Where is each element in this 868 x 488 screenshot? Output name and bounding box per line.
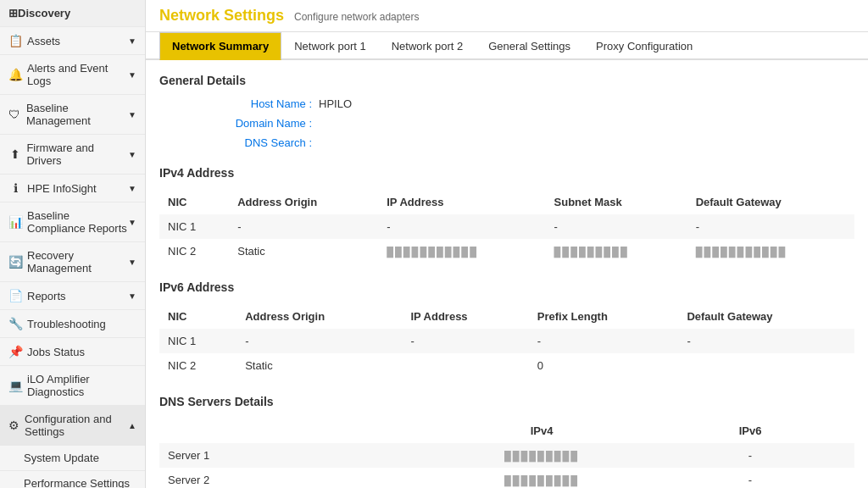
main-content: Network Settings Configure network adapt… — [146, 0, 868, 488]
ipv6-nic1-prefix: - — [529, 329, 679, 353]
dns-search-row: DNS Search : — [159, 136, 854, 149]
discovery-icon: ⊞ — [8, 7, 18, 19]
sidebar-item-recovery-mgmt[interactable]: 🔄 Recovery Management ▼ — [0, 242, 145, 282]
ipv4-nic2-subnet: █████████ — [546, 239, 687, 263]
dns-server2-ipv4: █████████ — [437, 468, 646, 488]
ipv4-nic2-gateway: ███████████ — [687, 239, 854, 263]
dns-table: IPv4 IPv6 Server 1 █████████ - Server 2 … — [159, 419, 854, 488]
ipv6-col-nic: NIC — [159, 304, 236, 329]
sidebar-item-system-update[interactable]: System Update — [0, 446, 145, 471]
ipv4-section: IPv4 Address NIC Address Origin IP Addre… — [159, 166, 854, 263]
ilo-amplifier-icon: 💻 — [8, 379, 22, 392]
ipv6-col-origin: Address Origin — [236, 304, 402, 329]
baseline-mgmt-icon: 🛡 — [8, 108, 21, 121]
sidebar-item-hpe-infosight[interactable]: ℹ HPE InfoSight ▼ — [0, 175, 145, 202]
sidebar-item-performance-settings[interactable]: Performance Settings — [0, 471, 145, 488]
tab-general-settings[interactable]: General Settings — [476, 32, 583, 60]
dns-server1-ipv4: █████████ — [437, 443, 646, 468]
hpe-infosight-chevron: ▼ — [128, 184, 136, 193]
dns-search-label: DNS Search : — [210, 136, 312, 149]
ipv4-nic2-origin: Static — [229, 239, 378, 263]
ipv4-nic1-nic: NIC 1 — [159, 214, 229, 239]
ipv6-header-row: NIC Address Origin IP Address Prefix Len… — [159, 304, 854, 329]
baseline-mgmt-chevron: ▼ — [128, 110, 136, 119]
baseline-compliance-icon: 📊 — [8, 215, 22, 229]
config-settings-icon: ⚙ — [8, 419, 19, 432]
sidebar: ⊞ Discovery 📋 Assets ▼ 🔔 Alerts and Even… — [0, 0, 146, 488]
host-name-row: Host Name : HPILO — [159, 97, 854, 110]
table-row: NIC 2 Static 0 — [159, 353, 854, 378]
sidebar-item-troubleshooting[interactable]: 🔧 Troubleshooting — [0, 310, 145, 338]
troubleshooting-icon: 🔧 — [8, 317, 22, 330]
tab-proxy-config[interactable]: Proxy Configuration — [583, 32, 705, 60]
dns-col-ipv4: IPv4 — [437, 419, 646, 443]
ipv4-nic2-nic: NIC 2 — [159, 239, 229, 263]
assets-chevron: ▼ — [128, 36, 136, 46]
ipv4-nic1-subnet: - — [546, 214, 687, 239]
page-title: Network Settings — [159, 7, 284, 25]
ipv4-nic1-ip: - — [378, 214, 545, 239]
tab-network-port-1[interactable]: Network port 1 — [281, 32, 379, 60]
hpe-infosight-icon: ℹ — [8, 181, 22, 195]
page-subtitle: Configure network adapters — [294, 11, 419, 23]
ipv4-nic2-ip: ███████████ — [378, 239, 545, 263]
general-details-section: General Details Host Name : HPILO Domain… — [159, 74, 854, 149]
alerts-icon: 🔔 — [8, 68, 22, 81]
dns-server1-name: Server 1 — [159, 443, 437, 468]
table-row: NIC 2 Static ███████████ █████████ █████… — [159, 239, 854, 263]
sidebar-item-ilo-amplifier[interactable]: 💻 iLO Amplifier Diagnostics — [0, 366, 145, 406]
ipv6-nic1-ip: - — [402, 329, 528, 353]
ipv4-col-origin: Address Origin — [229, 190, 378, 214]
sidebar-item-discovery[interactable]: ⊞ Discovery — [0, 0, 145, 27]
sidebar-item-reports[interactable]: 📄 Reports ▼ — [0, 282, 145, 310]
ipv6-nic2-ip — [402, 353, 528, 378]
ipv4-title: IPv4 Address — [159, 166, 854, 180]
config-settings-chevron: ▲ — [128, 421, 136, 430]
host-name-value: HPILO — [319, 97, 352, 110]
sidebar-item-baseline-compliance[interactable]: 📊 Baseline Compliance Reports ▼ — [0, 202, 145, 242]
dns-col-server — [159, 419, 437, 443]
sidebar-item-alerts[interactable]: 🔔 Alerts and Event Logs ▼ — [0, 55, 145, 95]
dns-server2-ipv6: - — [646, 468, 854, 488]
ipv6-col-ip: IP Address — [402, 304, 528, 329]
jobs-status-icon: 📌 — [8, 345, 22, 358]
dns-server2-name: Server 2 — [159, 468, 437, 488]
general-details-title: General Details — [159, 74, 854, 87]
ipv4-col-nic: NIC — [159, 190, 229, 214]
table-row: NIC 1 - - - - — [159, 214, 854, 239]
tab-bar: Network Summary Network port 1 Network p… — [146, 32, 868, 60]
tab-network-summary[interactable]: Network Summary — [159, 32, 281, 60]
assets-icon: 📋 — [8, 34, 22, 47]
table-row: Server 2 █████████ - — [159, 468, 854, 488]
dns-header-row: IPv4 IPv6 — [159, 419, 854, 443]
ipv6-nic1-nic: NIC 1 — [159, 329, 236, 353]
domain-name-row: Domain Name : — [159, 117, 854, 130]
sidebar-item-jobs-status[interactable]: 📌 Jobs Status — [0, 338, 145, 366]
ipv4-col-ip: IP Address — [378, 190, 545, 214]
dns-col-ipv6: IPv6 — [646, 419, 854, 443]
ipv6-col-prefix: Prefix Length — [529, 304, 679, 329]
tab-network-port-2[interactable]: Network port 2 — [379, 32, 476, 60]
ipv6-nic2-gateway — [678, 353, 854, 378]
sidebar-item-firmware[interactable]: ⬆ Firmware and Drivers ▼ — [0, 135, 145, 175]
baseline-compliance-chevron: ▼ — [128, 218, 136, 227]
page-header: Network Settings Configure network adapt… — [146, 0, 868, 32]
ipv6-col-gateway: Default Gateway — [678, 304, 854, 329]
firmware-chevron: ▼ — [128, 150, 136, 159]
firmware-icon: ⬆ — [8, 147, 21, 161]
ipv4-nic1-origin: - — [229, 214, 378, 239]
sidebar-item-assets[interactable]: 📋 Assets ▼ — [0, 27, 145, 55]
ipv4-col-gateway: Default Gateway — [687, 190, 854, 214]
ipv6-nic2-prefix: 0 — [529, 353, 679, 378]
recovery-mgmt-chevron: ▼ — [128, 258, 136, 267]
sidebar-item-baseline-mgmt[interactable]: 🛡 Baseline Management ▼ — [0, 95, 145, 135]
ipv6-nic2-nic: NIC 2 — [159, 353, 236, 378]
ipv6-nic1-gateway: - — [678, 329, 854, 353]
dns-server1-ipv6: - — [646, 443, 854, 468]
sidebar-item-config-settings[interactable]: ⚙ Configuration and Settings ▲ — [0, 406, 145, 446]
reports-chevron: ▼ — [128, 291, 136, 301]
reports-icon: 📄 — [8, 289, 22, 302]
ipv6-nic2-origin: Static — [236, 353, 402, 378]
domain-name-label: Domain Name : — [210, 117, 312, 130]
ipv4-table: NIC Address Origin IP Address Subnet Mas… — [159, 190, 854, 263]
